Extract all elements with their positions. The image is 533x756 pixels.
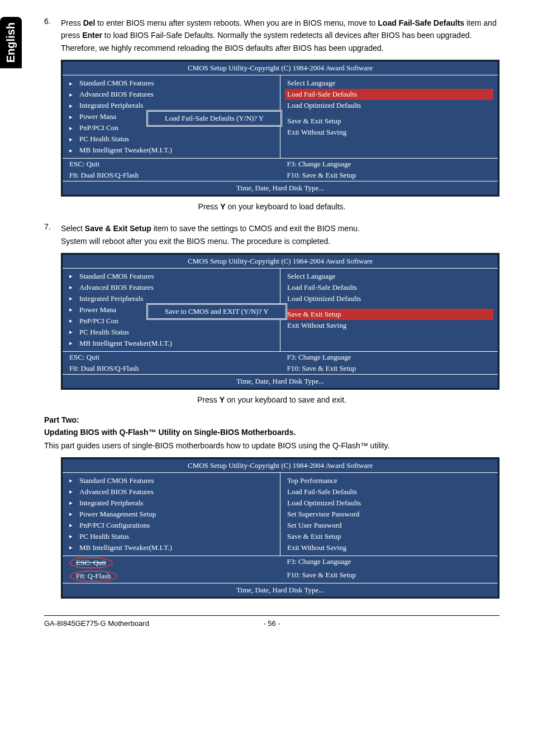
- menu-item-selected: Load Fail-Safe Defaults: [285, 89, 493, 100]
- page-number: - 56 -: [250, 619, 294, 628]
- step-7: 7. Select Save & Exit Setup item to save…: [44, 222, 499, 247]
- menu-item: Load Fail-Safe Defaults: [285, 486, 493, 497]
- menu-item: PnP/PCI Configurations: [67, 520, 275, 531]
- step-6: 6. Press Del to enter BIOS menu after sy…: [44, 17, 499, 54]
- part-two-body: This part guides users of single-BIOS mo…: [44, 440, 499, 452]
- page-content: 6. Press Del to enter BIOS menu after sy…: [44, 17, 499, 628]
- menu-item: PC Health Status: [67, 327, 275, 338]
- footer-hint: F3: Change Language: [280, 159, 498, 170]
- menu-item: Select Language: [285, 78, 493, 89]
- menu-item: Power Management Setup: [67, 509, 275, 520]
- footer-hint: F10: Save & Exit Setup: [280, 170, 498, 181]
- menu-item: Top Performance: [285, 475, 493, 486]
- bios-title: CMOS Setup Utility-Copyright (C) 1984-20…: [63, 61, 498, 75]
- footer-hint: ESC: Quit: [63, 556, 280, 570]
- menu-item: Load Optimized Defaults: [285, 293, 493, 304]
- menu-item: Save & Exit Setup: [285, 531, 493, 542]
- menu-item: PC Health Status: [67, 133, 275, 145]
- footer-hint-highlighted: F8: Q-Flash: [63, 570, 280, 583]
- footer-hint: F8: Dual BIOS/Q-Flash: [63, 170, 280, 181]
- language-tab: English: [0, 17, 22, 68]
- step-number: 7.: [44, 222, 61, 247]
- menu-item: Advanced BIOS Features: [67, 486, 275, 497]
- menu-item: Set Supervisor Password: [285, 509, 493, 520]
- menu-item: MB Intelligent Tweaker(M.I.T.): [67, 338, 275, 349]
- menu-item: Load Fail-Safe Defaults: [285, 282, 493, 293]
- menu-item: Advanced BIOS Features: [67, 282, 275, 293]
- confirm-dialog: Save to CMOS and EXIT (Y/N)? Y: [146, 303, 287, 320]
- status-bar: Time, Date, Hard Disk Type...: [63, 583, 498, 597]
- footer-hint: ESC: Quit: [63, 352, 280, 363]
- menu-item: Advanced BIOS Features: [67, 89, 275, 100]
- menu-item: Integrated Peripherals: [67, 100, 275, 111]
- footer-product: GA-8I845GE775-G Motherboard: [44, 619, 250, 628]
- menu-item: MB Intelligent Tweaker(M.I.T.): [67, 145, 275, 156]
- bios-title: CMOS Setup Utility-Copyright (C) 1984-20…: [63, 255, 498, 269]
- status-bar: Time, Date, Hard Disk Type...: [63, 374, 498, 388]
- footer-hint: F10: Save & Exit Setup: [280, 570, 498, 583]
- page-footer: GA-8I845GE775-G Motherboard - 56 -: [44, 615, 499, 628]
- menu-item: Standard CMOS Features: [67, 475, 275, 486]
- step-text: Press Del to enter BIOS menu after syste…: [61, 17, 499, 54]
- language-label: English: [4, 22, 17, 63]
- bios-screenshot-2: CMOS Setup Utility-Copyright (C) 1984-20…: [61, 253, 499, 390]
- menu-item: Set User Password: [285, 520, 493, 531]
- menu-item: Integrated Peripherals: [67, 293, 275, 304]
- part-two-subheading: Updating BIOS with Q-Flash™ Utility on S…: [44, 428, 499, 437]
- footer-hint: F3: Change Language: [280, 352, 498, 363]
- menu-item: Load Optimized Defaults: [285, 497, 493, 509]
- menu-item-selected: Save & Exit Setup: [285, 309, 493, 320]
- status-bar: Time, Date, Hard Disk Type...: [63, 181, 498, 195]
- bios-screenshot-1: CMOS Setup Utility-Copyright (C) 1984-20…: [61, 60, 499, 197]
- menu-item: MB Intelligent Tweaker(M.I.T.): [67, 542, 275, 553]
- footer-hint: ESC: Quit: [63, 159, 280, 170]
- menu-item: Exit Without Saving: [285, 542, 493, 553]
- caption: Press Y on your keyboard to load default…: [44, 202, 499, 211]
- step-number: 6.: [44, 17, 61, 54]
- menu-item: Standard CMOS Features: [67, 271, 275, 282]
- caption: Press Y on your keyboard to save and exi…: [44, 395, 499, 404]
- menu-item: Select Language: [285, 271, 493, 282]
- menu-item: Exit Without Saving: [285, 320, 493, 331]
- footer-hint: F8: Dual BIOS/Q-Flash: [63, 363, 280, 374]
- menu-item: Load Optimized Defaults: [285, 100, 493, 111]
- bios-screenshot-3: CMOS Setup Utility-Copyright (C) 1984-20…: [61, 457, 499, 599]
- menu-item: Save & Exit Setup: [285, 116, 493, 127]
- part-two-heading: Part Two:: [44, 415, 499, 424]
- menu-item: Standard CMOS Features: [67, 78, 275, 89]
- bios-title: CMOS Setup Utility-Copyright (C) 1984-20…: [63, 459, 498, 473]
- footer-hint: F3: Change Language: [280, 556, 498, 570]
- menu-item: Exit Without Saving: [285, 127, 493, 138]
- footer-hint: F10: Save & Exit Setup: [280, 363, 498, 374]
- menu-item: Integrated Peripherals: [67, 497, 275, 509]
- menu-item: PC Health Status: [67, 531, 275, 542]
- confirm-dialog: Load Fail-Safe Defaults (Y/N)? Y: [146, 110, 282, 127]
- step-text: Select Save & Exit Setup item to save th…: [61, 222, 360, 247]
